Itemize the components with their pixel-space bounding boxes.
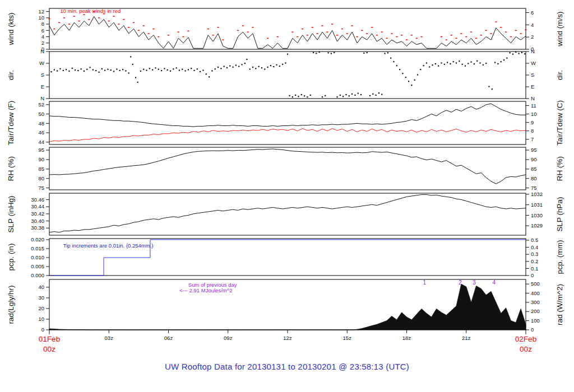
dir-points-dot (176, 67, 177, 68)
left-tick-label-rad: 10 (38, 316, 44, 322)
left-axis-label-dir: dir. (7, 70, 15, 80)
dir-points-dot (252, 67, 253, 68)
dir-points-dot (387, 52, 388, 53)
dir-points-dot (429, 66, 430, 67)
dir-points-dot (200, 71, 201, 72)
wind-peak-dash (78, 21, 80, 22)
left-tick-label-pcp: 0.020 (31, 236, 44, 242)
panel-temp: 44464850527891011Tair/Tdew (F)Tair/Tdew … (7, 100, 564, 146)
dir-points-dot (426, 62, 427, 63)
dir-points-dot (220, 68, 221, 69)
dir-points-dot (211, 70, 212, 71)
left-tick-label-dir: W (39, 60, 44, 66)
dir-points-dot (384, 53, 385, 54)
dir-points-dot (319, 52, 320, 53)
wind-peak-dash (88, 19, 90, 20)
left-tick-label-temp: 46 (38, 129, 44, 136)
dir-points-dot (512, 54, 513, 55)
left-tick-label-wind: 10 (38, 15, 44, 21)
dir-points-dot (399, 69, 400, 70)
dir-points-dot (92, 69, 94, 71)
dir-points-dot (351, 94, 353, 95)
dir-points-dot (173, 68, 174, 69)
dir-points-dot (307, 96, 308, 97)
panel-border-dir (49, 52, 526, 99)
left-tick-label-dir: N (40, 48, 44, 54)
wind-peak-dash (460, 33, 462, 34)
dir-points-dot (179, 70, 180, 71)
right-axis-label-temp: Tair/Tdew (C) (556, 100, 564, 146)
dir-points-dot (402, 73, 403, 74)
dir-points-dot (301, 94, 302, 95)
x-tick-label: 21z (462, 335, 471, 341)
x-axis: 03z06z09z12z15z18z21z01Feb00z02Feb00z (39, 330, 536, 353)
right-tick-label-temp: 8 (531, 128, 534, 134)
wind-peak-dash (217, 27, 219, 28)
dir-points-dot (229, 66, 230, 67)
wind-peak-dash (212, 35, 214, 36)
dir-points-dot (515, 52, 516, 53)
dir-points-dot (292, 96, 293, 97)
dir-points-dot (336, 96, 337, 97)
wind-peak-dash (391, 33, 392, 34)
multipanel-chart-canvas: 0246810120246wind (kts)wind (m/s)10 min.… (0, 0, 574, 361)
wind-peak-dash (505, 31, 507, 32)
right-tick-label-dir: E (531, 83, 534, 90)
wind-peak-dash (247, 31, 249, 32)
dir-points-dot (465, 66, 466, 67)
dir-points-dot (467, 63, 469, 64)
wind-peak-dash (152, 29, 154, 30)
wind-peak-dash (351, 25, 353, 26)
wind-peak-dash (222, 39, 224, 40)
left-tick-label-pcp: 0.010 (31, 254, 44, 260)
dir-points-dot (170, 71, 171, 72)
dir-points-dot (506, 58, 507, 59)
wind-peak-dash (470, 31, 472, 32)
dir-points-dot (95, 70, 96, 71)
dir-points-dot (152, 69, 153, 71)
left-tick-label-wind: 8 (41, 21, 44, 27)
right-tick-label-rad: 300 (531, 299, 540, 305)
dir-points-dot (143, 69, 144, 70)
annotation-rad: 1 (423, 279, 427, 286)
panel-border-slp (49, 193, 526, 235)
dir-points-dot (510, 52, 511, 53)
dir-points-dot (354, 95, 355, 96)
wind-peak-dash (138, 30, 140, 31)
wind-peak-dash (143, 25, 145, 26)
wind-peak-dash (128, 27, 129, 28)
left-tick-label-wind: 2 (41, 40, 44, 46)
dir-points-dot (474, 63, 475, 64)
dir-points-dot (110, 69, 112, 71)
wind-peak-dash (411, 35, 413, 36)
right-tick-label-dir: N (531, 48, 535, 54)
panel-slp: 30.3830.4030.4230.4430.46102910301031103… (7, 191, 564, 235)
dir-points-dot (59, 68, 61, 69)
dir-points-dot (206, 73, 207, 74)
right-axis-label-rh: RH (%) (556, 156, 564, 181)
wind-peak-dash (158, 36, 159, 38)
dir-points-dot (372, 94, 373, 95)
wind-peak-dash (83, 15, 85, 16)
right-axis-label-slp: SLP (hPa) (556, 197, 564, 231)
dir-points-dot (316, 53, 317, 54)
left-tick-label-pcp: 0.015 (31, 245, 44, 251)
left-axis-label-temp: Tair/Tdew (F) (7, 101, 15, 146)
dir-points-dot (264, 68, 265, 69)
dir-points-dot (349, 95, 350, 96)
right-tick-label-pcp: 0 (531, 272, 534, 278)
dir-points-dot (453, 61, 454, 62)
right-tick-label-dir: W (531, 60, 536, 66)
x-endpoint-date: 01Feb (39, 335, 60, 343)
left-axis-label-rh: RH (%) (7, 156, 15, 181)
left-tick-label-wind: 6 (41, 27, 44, 34)
annotation-rad: 3 (473, 279, 476, 286)
wind-peak-dash (58, 22, 60, 24)
left-tick-label-rad: 30 (38, 295, 44, 301)
dir-points-dot (209, 76, 210, 77)
wind-peak-dash (168, 35, 169, 36)
x-tick-label: 15z (343, 335, 352, 341)
wind-peak-dash (465, 36, 467, 38)
right-tick-label-slp: 1032 (531, 191, 543, 197)
wind-peak-dash (237, 30, 239, 31)
